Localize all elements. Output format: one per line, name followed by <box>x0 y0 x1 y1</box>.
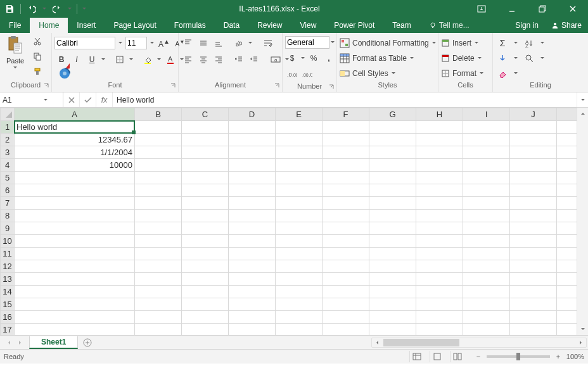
fill-color-dropdown[interactable] <box>156 57 162 62</box>
cell[interactable] <box>135 134 182 146</box>
clear-dropdown[interactable] <box>513 71 518 76</box>
format-painter-button[interactable] <box>30 65 44 79</box>
cell[interactable] <box>369 210 416 222</box>
cell[interactable] <box>135 210 182 222</box>
new-sheet-button[interactable] <box>80 338 94 347</box>
font-name-combo[interactable] <box>54 37 115 49</box>
row-header[interactable]: 2 <box>1 134 15 146</box>
cell[interactable] <box>276 222 323 235</box>
view-page-break[interactable] <box>450 351 465 362</box>
cell[interactable] <box>369 197 416 210</box>
cell[interactable] <box>416 146 463 159</box>
redo-button[interactable] <box>50 2 64 16</box>
cell[interactable] <box>416 172 463 184</box>
row-header[interactable]: 16 <box>1 311 15 324</box>
vertical-scrollbar[interactable] <box>577 108 588 335</box>
cell[interactable] <box>323 121 369 134</box>
decrease-indent[interactable] <box>232 53 246 66</box>
cell[interactable] <box>276 121 323 134</box>
cell[interactable] <box>182 286 229 298</box>
font-size-dropdown[interactable] <box>149 41 155 46</box>
cell[interactable] <box>510 121 557 134</box>
cell[interactable] <box>463 222 510 235</box>
restore-button[interactable] <box>530 0 555 18</box>
cell[interactable] <box>416 235 463 248</box>
cell[interactable] <box>15 298 135 311</box>
cell[interactable] <box>15 235 135 248</box>
fill-button[interactable] <box>495 51 509 65</box>
sheet-nav-next[interactable] <box>15 338 25 348</box>
cell[interactable] <box>416 197 463 210</box>
column-header[interactable]: J <box>510 108 557 121</box>
cell[interactable] <box>135 146 182 159</box>
increase-decimal[interactable]: .0.00 <box>285 68 299 82</box>
cell[interactable] <box>135 286 182 298</box>
cell[interactable] <box>276 146 323 159</box>
row-header[interactable]: 13 <box>1 273 15 286</box>
cell[interactable] <box>369 235 416 248</box>
cell[interactable] <box>463 260 510 273</box>
cell[interactable] <box>276 298 323 311</box>
column-header[interactable]: B <box>135 108 182 121</box>
tab-formulas[interactable]: Formulas <box>165 18 215 33</box>
cell[interactable] <box>463 134 510 146</box>
view-page-layout[interactable] <box>430 351 445 362</box>
cell[interactable] <box>416 260 463 273</box>
clear-button[interactable] <box>495 66 509 80</box>
cut-button[interactable] <box>30 34 44 48</box>
column-header[interactable]: E <box>276 108 323 121</box>
cell[interactable] <box>416 134 463 146</box>
row-header[interactable]: 1 <box>1 121 15 134</box>
cell[interactable] <box>182 197 229 210</box>
cell[interactable] <box>463 324 510 336</box>
fill-color-button[interactable] <box>141 53 155 66</box>
cell[interactable] <box>182 298 229 311</box>
cell[interactable] <box>229 298 276 311</box>
tab-data[interactable]: Data <box>215 18 248 33</box>
column-header[interactable]: F <box>323 108 369 121</box>
cell[interactable] <box>276 210 323 222</box>
scroll-down-button[interactable] <box>577 324 588 335</box>
row-header[interactable]: 3 <box>1 146 15 159</box>
cell[interactable] <box>276 159 323 172</box>
cell[interactable] <box>182 159 229 172</box>
cell[interactable] <box>182 235 229 248</box>
cell[interactable] <box>323 146 369 159</box>
cell[interactable] <box>276 235 323 248</box>
cell[interactable] <box>323 197 369 210</box>
cell[interactable]: 12345.67 <box>15 134 135 146</box>
decrease-decimal[interactable]: .00.0 <box>300 68 314 82</box>
cell[interactable] <box>463 298 510 311</box>
tab-team[interactable]: Team <box>383 18 419 33</box>
cell[interactable] <box>416 324 463 336</box>
row-header[interactable]: 6 <box>1 184 15 197</box>
cell[interactable] <box>510 184 557 197</box>
cell[interactable] <box>416 298 463 311</box>
cell[interactable] <box>15 197 135 210</box>
paste-button[interactable]: Paste <box>3 34 28 71</box>
find-select-dropdown[interactable] <box>540 56 545 61</box>
zoom-knob[interactable] <box>516 353 520 360</box>
cell[interactable] <box>135 311 182 324</box>
sort-filter-button[interactable]: AZ <box>522 36 536 50</box>
comma-format[interactable]: , <box>322 51 336 65</box>
orientation-button[interactable]: ab <box>232 36 246 50</box>
alignment-launcher[interactable] <box>273 82 281 89</box>
cell[interactable] <box>510 273 557 286</box>
view-normal[interactable] <box>409 351 425 362</box>
cell[interactable] <box>323 184 369 197</box>
cell[interactable] <box>276 248 323 260</box>
cell[interactable] <box>463 146 510 159</box>
zoom-in-button[interactable]: + <box>554 353 563 360</box>
cell[interactable] <box>510 324 557 336</box>
cell[interactable] <box>463 286 510 298</box>
row-header[interactable]: 4 <box>1 159 15 172</box>
scroll-up-button[interactable] <box>577 108 588 119</box>
cell[interactable]: 1/1/2004 <box>15 146 135 159</box>
cell[interactable] <box>276 324 323 336</box>
sign-in[interactable]: Sign in <box>509 18 545 33</box>
cell[interactable] <box>510 210 557 222</box>
percent-format[interactable]: % <box>307 51 321 65</box>
font-color-button[interactable]: A <box>163 53 177 66</box>
cell[interactable] <box>369 222 416 235</box>
